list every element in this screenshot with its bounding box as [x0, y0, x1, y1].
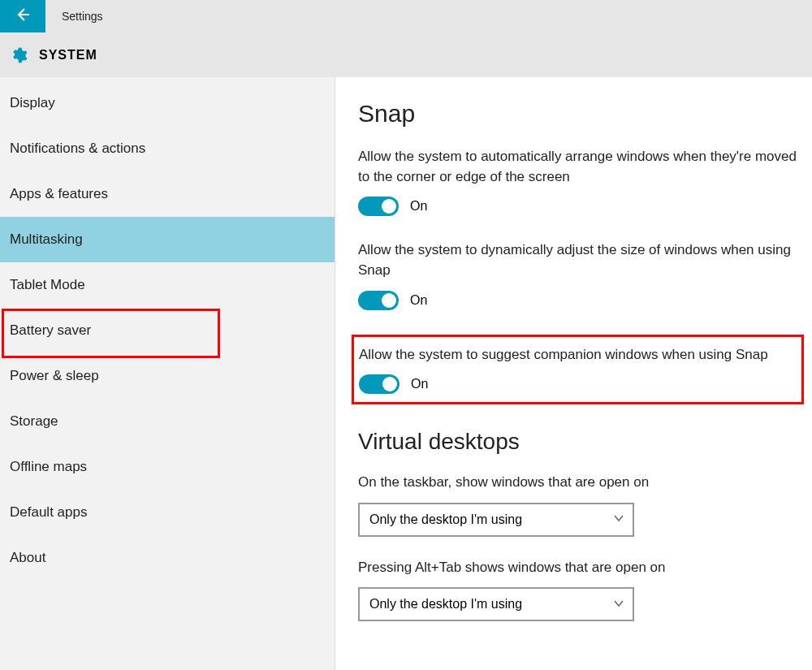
sidebar-item-power-sleep[interactable]: Power & sleep — [0, 353, 335, 399]
back-button[interactable] — [0, 0, 45, 32]
sidebar-item-tablet-mode[interactable]: Tablet Mode — [0, 262, 335, 308]
sidebar-item-label: About — [10, 550, 45, 565]
setting-label: Allow the system to suggest companion wi… — [359, 345, 797, 365]
sidebar-item-offline-maps[interactable]: Offline maps — [0, 444, 335, 490]
window-title: Settings — [62, 10, 103, 23]
vd-taskbar-setting: On the taskbar, show windows that are op… — [358, 473, 804, 537]
dropdown-value: Only the desktop I'm using — [369, 597, 522, 612]
sidebar-item-label: Apps & features — [10, 186, 108, 201]
sidebar-item-label: Storage — [10, 413, 58, 429]
sidebar: Display Notifications & actions Apps & f… — [0, 77, 335, 670]
dropdown-value: Only the desktop I'm using — [369, 512, 522, 527]
toggle-resize[interactable] — [358, 291, 399, 310]
setting-label: Pressing Alt+Tab shows windows that are … — [358, 558, 797, 578]
snap-setting-arrange: Allow the system to automatically arrang… — [358, 147, 804, 216]
sidebar-item-default-apps[interactable]: Default apps — [0, 490, 335, 535]
sidebar-item-label: Power & sleep — [10, 368, 99, 383]
sidebar-item-multitasking[interactable]: Multitasking — [0, 217, 335, 262]
sidebar-item-label: Tablet Mode — [10, 277, 85, 292]
sidebar-item-about[interactable]: About — [0, 535, 335, 581]
toggle-knob — [382, 199, 396, 214]
titlebar: Settings — [0, 0, 812, 32]
snap-setting-suggest-highlighted: Allow the system to suggest companion wi… — [352, 335, 804, 405]
virtual-desktops-heading: Virtual desktops — [358, 429, 804, 455]
sidebar-item-battery-saver[interactable]: Battery saver — [0, 308, 335, 353]
body: Display Notifications & actions Apps & f… — [0, 77, 812, 670]
setting-label: Allow the system to dynamically adjust t… — [358, 240, 797, 280]
toggle-row: On — [359, 374, 797, 394]
gear-icon — [10, 46, 28, 64]
dropdown-alttab[interactable]: Only the desktop I'm using — [358, 587, 634, 621]
sidebar-item-label: Notifications & actions — [10, 140, 145, 156]
toggle-arrange[interactable] — [358, 197, 399, 216]
back-arrow-icon — [15, 6, 31, 27]
dropdown-taskbar[interactable]: Only the desktop I'm using — [358, 503, 634, 537]
toggle-state: On — [410, 293, 427, 308]
toggle-row: On — [358, 291, 804, 310]
setting-label: Allow the system to automatically arrang… — [358, 147, 797, 187]
toggle-row: On — [358, 197, 804, 216]
toggle-state: On — [410, 199, 427, 214]
toggle-knob — [382, 377, 397, 391]
toggle-state: On — [411, 377, 428, 391]
sidebar-item-storage[interactable]: Storage — [0, 399, 335, 444]
sidebar-item-label: Offline maps — [10, 459, 87, 474]
setting-label: On the taskbar, show windows that are op… — [358, 473, 797, 493]
chevron-down-icon — [613, 512, 624, 526]
vd-alttab-setting: Pressing Alt+Tab shows windows that are … — [358, 558, 804, 622]
toggle-knob — [382, 293, 396, 308]
sidebar-item-label: Default apps — [10, 504, 87, 520]
header: SYSTEM — [0, 32, 812, 77]
sidebar-item-display[interactable]: Display — [0, 80, 335, 126]
sidebar-item-label: Multitasking — [10, 231, 83, 247]
chevron-down-icon — [613, 598, 624, 612]
snap-setting-resize: Allow the system to dynamically adjust t… — [358, 240, 804, 309]
sidebar-item-apps-features[interactable]: Apps & features — [0, 171, 335, 217]
content: Snap Allow the system to automatically a… — [335, 77, 812, 670]
toggle-suggest[interactable] — [359, 374, 400, 394]
sidebar-item-label: Battery saver — [10, 322, 91, 338]
header-label: SYSTEM — [39, 48, 97, 63]
sidebar-item-label: Display — [10, 95, 55, 110]
sidebar-item-notifications[interactable]: Notifications & actions — [0, 126, 335, 171]
snap-heading: Snap — [358, 100, 804, 128]
